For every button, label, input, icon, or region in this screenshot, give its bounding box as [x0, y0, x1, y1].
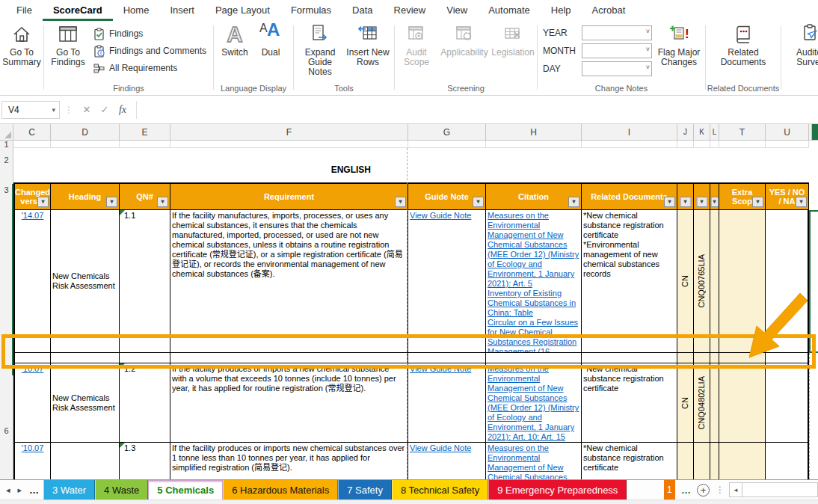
filter-icon[interactable]: ▾: [696, 197, 707, 207]
cell-country[interactable]: CN: [677, 363, 694, 443]
tab-acrobat[interactable]: Acrobat: [582, 0, 636, 21]
cell-related-documents[interactable]: *New chemical substance registration cer…: [582, 443, 677, 479]
flag-major-changes-button[interactable]: ! Flag Major Changes: [655, 23, 703, 67]
citation-link[interactable]: Inventory of Existing Chemical Substance…: [488, 289, 579, 318]
filter-icon[interactable]: ▾: [796, 197, 807, 207]
cell-citation[interactable]: Measures on the Environmental Management…: [486, 210, 582, 353]
header-citation[interactable]: Citation▾: [486, 182, 582, 210]
header-heading[interactable]: Heading▾: [51, 182, 120, 210]
cell-guide-note[interactable]: View Guide Note: [408, 210, 486, 353]
tab-file[interactable]: File: [6, 0, 43, 21]
cell-qn[interactable]: 1.3: [120, 443, 170, 479]
row-header-2[interactable]: 2: [0, 156, 13, 166]
cell-guide-note[interactable]: View Guide Note: [408, 363, 486, 443]
column-header-d[interactable]: D: [51, 124, 120, 141]
related-documents-button[interactable]: Related Documents: [717, 23, 769, 67]
switch-language-button[interactable]: A Switch: [218, 23, 252, 58]
cell-blank[interactable]: [710, 443, 719, 479]
version-link[interactable]: '10.07: [22, 443, 44, 452]
sheet-tab-hazardous-materials[interactable]: 6 Hazardous Materials: [223, 480, 338, 500]
guide-note-link[interactable]: View Guide Note: [410, 443, 471, 452]
filter-icon[interactable]: ▾: [568, 197, 579, 207]
day-dropdown[interactable]: ˅: [582, 61, 652, 76]
header-col-j[interactable]: ▾: [677, 182, 694, 210]
header-col-k[interactable]: ▾: [694, 182, 710, 210]
cell-changed-version[interactable]: '14.07: [13, 210, 51, 353]
sheet-tab-technical-safety[interactable]: 8 Technical Safety: [392, 480, 488, 500]
cell-changed-version[interactable]: '10.07: [13, 443, 51, 479]
cell-requirement[interactable]: If the facility produces or imports a ne…: [170, 363, 408, 443]
tab-insert[interactable]: Insert: [159, 0, 205, 21]
tabs-overflow-right-icon[interactable]: …: [681, 485, 691, 496]
column-header-j[interactable]: J: [677, 124, 694, 141]
column-header-c[interactable]: C: [13, 124, 51, 141]
all-requirements-button[interactable]: All Requirements: [93, 61, 177, 76]
row-header-3[interactable]: 3: [0, 185, 13, 196]
cell-country[interactable]: [677, 443, 694, 479]
insert-function-icon[interactable]: fx: [114, 104, 132, 116]
header-col-l[interactable]: ▾: [710, 182, 719, 210]
tab-formulas[interactable]: Formulas: [280, 0, 342, 21]
row-header-6[interactable]: 6: [0, 426, 13, 437]
cell-requirement-id[interactable]: CNQ00765LIA: [694, 210, 710, 353]
column-header-h[interactable]: H: [486, 124, 582, 141]
sheet-tab-water[interactable]: 3 Water: [43, 480, 95, 500]
filter-icon[interactable]: ▾: [710, 197, 719, 207]
column-header-f[interactable]: F: [170, 124, 408, 141]
filter-icon[interactable]: ▾: [664, 197, 675, 207]
column-header-t[interactable]: T: [719, 124, 766, 141]
cell-requirement[interactable]: If the facility produces or imports new …: [170, 443, 408, 479]
legislation-button[interactable]: Legislation: [491, 23, 535, 58]
cell-changed-version[interactable]: '10.07: [13, 363, 51, 443]
tab-automate[interactable]: Automate: [478, 0, 541, 21]
insert-new-rows-button[interactable]: Insert New Rows: [344, 23, 392, 67]
cell-qn[interactable]: 1.1: [120, 210, 170, 353]
audit-scope-button[interactable]: Audit Scope: [397, 23, 436, 67]
applicability-button[interactable]: Applicability: [437, 23, 491, 58]
header-related-documents[interactable]: Related Documents▾: [582, 182, 677, 210]
go-to-findings-button[interactable]: Go To Findings: [46, 23, 90, 67]
filter-icon[interactable]: ▾: [752, 197, 763, 207]
citation-link[interactable]: Measures on the Environmental Management…: [488, 211, 579, 289]
findings-button[interactable]: Findings: [93, 26, 143, 41]
cell-yes-no-na[interactable]: [766, 210, 809, 353]
tab-scroll-right-icon[interactable]: ▸: [18, 485, 22, 495]
cell-heading[interactable]: [51, 443, 120, 479]
month-dropdown[interactable]: ˅: [582, 43, 652, 58]
cell-requirement-id[interactable]: CNQ04802LIA: [694, 363, 710, 443]
select-all-corner[interactable]: [0, 124, 13, 141]
name-box[interactable]: V4 ▾: [1, 101, 60, 119]
filter-icon[interactable]: ▾: [473, 197, 484, 207]
cell-citation[interactable]: Measures on the Environmental Management…: [486, 363, 582, 443]
sheet-tab-emergency-preparedness[interactable]: 9 Emergency Preparedness: [488, 480, 627, 500]
tab-data[interactable]: Data: [342, 0, 383, 21]
row-header-1[interactable]: 1: [0, 141, 13, 148]
formula-input[interactable]: [136, 101, 818, 119]
filter-icon[interactable]: ▾: [157, 197, 168, 207]
sheet-tab-chemicals-active[interactable]: 5 Chemicals: [148, 480, 223, 500]
filter-icon[interactable]: ▾: [395, 197, 406, 207]
cancel-icon[interactable]: ✕: [78, 104, 96, 115]
cell-citation[interactable]: Measures on the Environmental Management…: [486, 443, 582, 479]
header-yes-no-na[interactable]: YES / NO / NA▾: [766, 182, 809, 210]
cell-qn[interactable]: 1.2: [120, 363, 170, 443]
tab-scorecard[interactable]: ScoreCard: [43, 0, 113, 21]
expand-guide-notes-button[interactable]: Expand Guide Notes: [296, 23, 344, 77]
header-extra-scope[interactable]: Extra Scop▾: [719, 182, 766, 210]
tab-review[interactable]: Review: [384, 0, 437, 21]
findings-and-comments-button[interactable]: i Findings and Comments: [93, 43, 206, 58]
cell-blank[interactable]: [710, 363, 719, 443]
horizontal-scrollbar[interactable]: [742, 482, 818, 497]
tab-scroll-left-icon[interactable]: ◂: [6, 485, 10, 495]
header-changed-version[interactable]: Changed versio▾: [13, 182, 51, 210]
filter-icon[interactable]: ▾: [37, 197, 49, 207]
add-sheet-icon[interactable]: +: [697, 484, 710, 497]
version-link[interactable]: '14.07: [22, 211, 44, 220]
cell-related-documents[interactable]: *New chemical substance registration cer…: [582, 210, 677, 353]
go-to-summary-button[interactable]: Go To Summary: [1, 23, 42, 67]
cell-extra-scope[interactable]: [719, 363, 766, 443]
tab-view[interactable]: View: [436, 0, 478, 21]
header-requirement[interactable]: Requirement▾: [170, 182, 408, 210]
filter-icon[interactable]: ▾: [106, 197, 117, 207]
column-header-i[interactable]: I: [582, 124, 677, 141]
